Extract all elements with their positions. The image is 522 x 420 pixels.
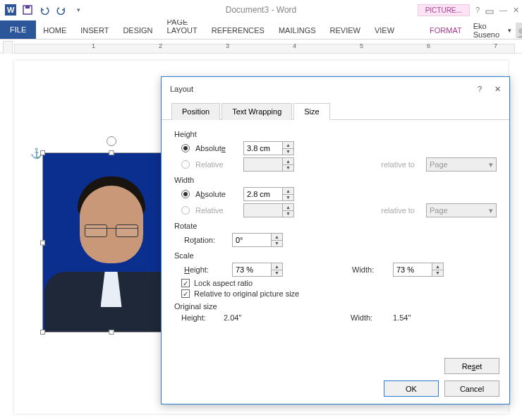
tab-size[interactable]: Size [293,103,329,120]
scale-width-input[interactable] [394,263,432,276]
tab-view[interactable]: VIEW [368,22,401,39]
width-absolute-radio[interactable] [181,190,190,198]
contextual-tab-label: PICTURE... [418,4,470,16]
svg-text:W: W [7,6,15,14]
resize-handle[interactable] [40,150,45,155]
relative-original-checkbox[interactable]: ✓ [181,289,190,298]
help-icon[interactable]: ? [475,6,480,15]
orig-width-value: 1.54" [393,313,478,322]
height-absolute-radio[interactable] [181,144,190,152]
close-icon[interactable]: ✕ [513,6,519,15]
relative-original-label: Relative to original picture size [194,289,299,298]
ruler-tick: 6 [427,42,430,49]
tab-home[interactable]: HOME [36,22,73,39]
tab-text-wrapping[interactable]: Text Wrapping [221,103,292,120]
scale-section-label: Scale [174,251,497,260]
width-relative-radio[interactable] [181,206,190,215]
ruler-tick: 7 [494,42,497,49]
absolute-label: Absolute [195,144,238,152]
reset-button[interactable]: Reset [444,358,499,374]
resize-handle[interactable] [109,330,114,335]
word-icon: W [3,2,18,18]
absolute-label: Absolute [195,190,238,198]
selected-picture[interactable]: ⚓ [42,152,180,332]
horizontal-ruler[interactable]: 1 2 3 4 5 6 7 [0,41,522,54]
height-absolute-spinner[interactable]: ▲▼ [243,141,294,155]
width-absolute-input[interactable] [244,188,282,200]
ribbon-options-icon[interactable] [485,6,494,15]
tab-file[interactable]: FILE [0,20,36,39]
spin-down-icon[interactable]: ▼ [432,270,443,277]
save-icon[interactable] [20,2,35,18]
rotate-section-label: Rotate [174,222,497,230]
spin-up-icon[interactable]: ▲ [272,263,282,270]
spin-down-icon[interactable]: ▼ [272,241,282,247]
qat-dropdown-icon[interactable]: ▾ [71,2,86,18]
resize-handle[interactable] [40,330,45,335]
tab-format[interactable]: FORMAT [423,22,469,39]
resize-handle[interactable] [40,240,45,245]
spin-down-icon[interactable]: ▼ [272,270,282,277]
rotate-handle[interactable] [107,136,116,146]
tab-references[interactable]: REFERENCES [205,22,272,39]
svg-rect-4 [486,11,493,13]
spin-down-icon[interactable]: ▼ [283,149,293,155]
spin-up-icon[interactable]: ▲ [283,188,293,195]
resize-handle[interactable] [109,150,114,155]
user-area[interactable]: Eko Suseno ▾ [469,22,522,39]
avatar [516,23,522,38]
ok-button[interactable]: OK [384,380,439,397]
rotation-spinner[interactable]: ▲▼ [232,233,283,247]
spin-down-icon[interactable]: ▼ [283,195,293,201]
width-relative-to-dropdown: Page [426,203,497,217]
scale-height-input[interactable] [233,263,271,276]
width-section-label: Width [174,176,497,184]
dialog-help-icon[interactable]: ? [478,85,482,94]
svg-point-5 [518,28,522,34]
scale-height-spinner[interactable]: ▲▼ [232,263,283,277]
dialog-close-icon[interactable]: ✕ [494,85,501,94]
tab-insert[interactable]: INSERT [73,22,116,39]
undo-icon[interactable] [37,2,52,18]
orig-height-label: Height: [181,313,224,322]
quick-access-toolbar: W ▾ [3,2,86,18]
dialog-titlebar[interactable]: Layout ? ✕ [162,77,509,101]
spin-up-icon[interactable]: ▲ [283,142,293,149]
scale-width-label: Width: [352,265,387,274]
height-section-label: Height [174,130,497,138]
minimize-icon[interactable]: — [499,6,507,15]
cancel-button[interactable]: Cancel [444,380,499,397]
redo-icon[interactable] [54,2,69,18]
lock-aspect-label: Lock aspect ratio [194,279,253,287]
document-title: Document3 - Word [226,5,296,15]
spin-down-icon: ▼ [283,211,293,217]
dialog-body: Height Absolute ▲▼ Relative ▲▼ relative … [162,120,509,330]
user-name: Eko Suseno [473,22,504,39]
width-absolute-spinner[interactable]: ▲▼ [243,187,294,201]
dialog-tabs: Position Text Wrapping Size [162,102,509,120]
relative-label: Relative [195,206,238,215]
scale-width-spinner[interactable]: ▲▼ [393,263,444,277]
tab-mailings[interactable]: MAILINGS [272,22,323,39]
ribbon-tabs: FILE HOME INSERT DESIGN PAGE LAYOUT REFE… [0,20,522,40]
rotation-input[interactable] [233,234,271,246]
spin-down-icon: ▼ [283,165,293,172]
ruler-tick: 4 [293,42,296,49]
rotation-label: Rotation: [184,236,226,244]
relative-to-label: relative to [381,206,415,215]
height-relative-to-dropdown: Page [426,157,497,172]
tab-position[interactable]: Position [171,103,220,120]
orig-width-label: Width: [351,313,393,322]
layout-dialog: Layout ? ✕ Position Text Wrapping Size H… [161,76,510,404]
height-absolute-input[interactable] [244,142,282,155]
relative-to-label: relative to [381,160,415,169]
tab-review[interactable]: REVIEW [323,22,368,39]
tab-design[interactable]: DESIGN [116,22,159,39]
spin-up-icon[interactable]: ▲ [432,263,443,270]
dialog-title: Layout [170,85,193,93]
spin-up-icon[interactable]: ▲ [272,234,282,241]
spin-up-icon: ▲ [283,204,293,211]
lock-aspect-checkbox[interactable]: ✓ [181,279,190,287]
scale-height-label: Height: [184,265,226,274]
height-relative-radio[interactable] [181,160,190,169]
